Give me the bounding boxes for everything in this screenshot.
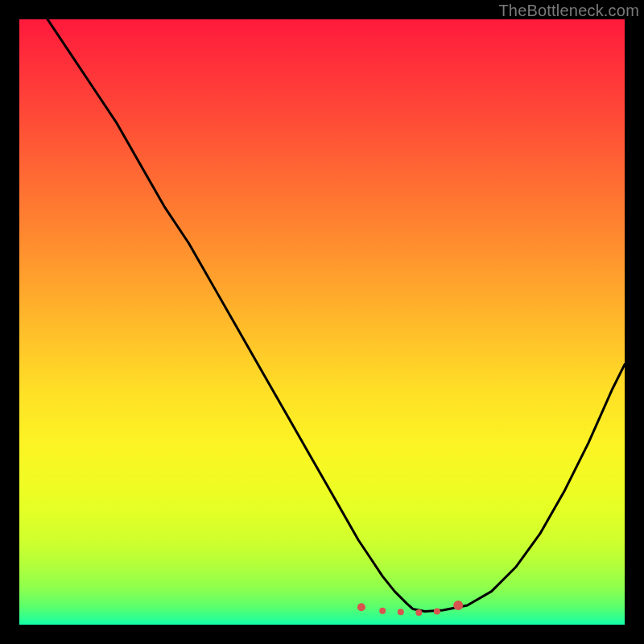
plot-area xyxy=(19,19,625,625)
watermark-text: TheBottleneck.com xyxy=(498,2,639,20)
chart-container: TheBottleneck.com xyxy=(0,0,644,644)
chart-svg xyxy=(19,19,625,625)
marker-valley-mid-1 xyxy=(379,608,386,614)
marker-valley-mid-3 xyxy=(415,609,422,616)
marker-valley-right xyxy=(453,601,463,610)
marker-valley-left xyxy=(357,603,365,611)
bottleneck-curve xyxy=(19,19,625,611)
marker-valley-mid-4 xyxy=(434,608,440,614)
marker-valley-mid-2 xyxy=(398,609,404,615)
